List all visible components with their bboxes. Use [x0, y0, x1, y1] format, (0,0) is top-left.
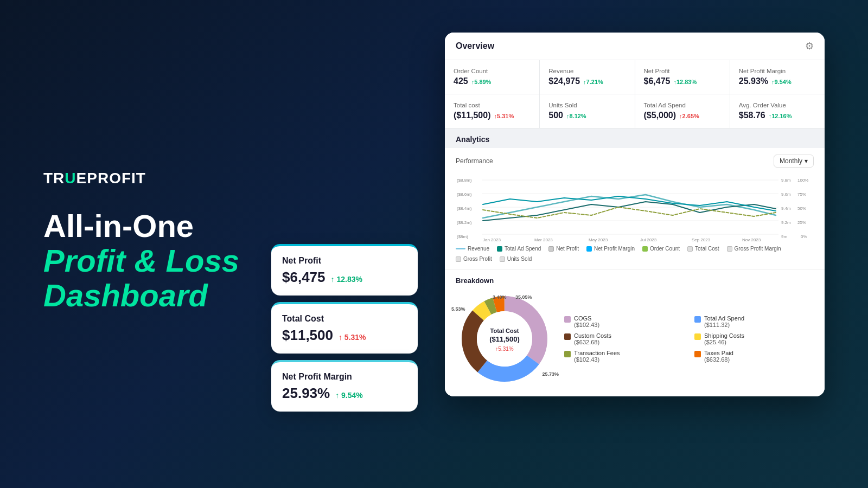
metric-label-units-sold: Units Sold [548, 102, 626, 108]
panel-header: Overview ⚙ [445, 33, 825, 60]
legend-total-ad-spend: Total Ad Spend [497, 246, 541, 252]
donut-label-2573: 25.73% [542, 371, 559, 377]
legend-gross-profit-margin: Gross Profit Margin [727, 246, 781, 252]
fc-change-total-cost: ↑ 5.31% [339, 333, 366, 342]
breakdown-section: Breakdown [445, 269, 825, 396]
float-card-net-profit: Net Profit $6,475 ↑ 12.83% [271, 244, 418, 296]
svg-text:25%: 25% [797, 220, 806, 225]
bl-cogs: COGS ($102.43) [564, 315, 684, 328]
breakdown-title: Breakdown [456, 277, 814, 285]
legend-revenue: Revenue [456, 246, 489, 252]
metric-value-revenue: $24,975 [548, 76, 580, 86]
metric-order-count: Order Count 425 ↑5.89% [445, 60, 539, 94]
fc-value-total-cost: $11,500 [282, 327, 333, 344]
svg-text:100%: 100% [797, 178, 808, 183]
donut-label-340: 3.40% [493, 294, 507, 300]
metric-label-total-ad-spend: Total Ad Spend [644, 102, 721, 108]
metric-net-profit-margin: Net Profit Margin 25.93% ↑9.54% [730, 60, 825, 94]
legend-net-profit-margin: Net Profit Margin [586, 246, 635, 252]
metric-value-order-count: 425 [454, 76, 468, 86]
svg-text:($8.8m): ($8.8m) [457, 178, 472, 183]
fc-label-total-cost: Total Cost [282, 314, 405, 324]
metric-change-total-cost: ↑5.31% [494, 113, 514, 119]
bl-dot-shipping-costs [694, 333, 701, 340]
svg-text:($8m): ($8m) [457, 234, 468, 239]
bl-shipping-costs: Shipping Costs ($25.46) [694, 332, 814, 345]
donut-chart: 35.05% 5.53% 3.40% 25.73% Total Cost ($1… [456, 290, 553, 388]
breakdown-legend: COGS ($102.43) Total Ad Spend ($111.32) … [564, 315, 814, 363]
metric-total-ad-spend: Total Ad Spend ($5,000) ↑2.65% [635, 94, 730, 128]
logo-text: TRUEPROFIT [43, 170, 146, 187]
headline-line1: All-in-One [43, 208, 194, 243]
bl-dot-taxes-paid [694, 351, 701, 357]
headline-line2: Profit & Loss [43, 243, 271, 278]
metric-label-net-profit: Net Profit [644, 68, 721, 74]
svg-text:50%: 50% [797, 206, 806, 211]
svg-text:75%: 75% [797, 192, 806, 197]
metric-label-avg-order-value: Avg. Order Value [739, 102, 816, 108]
chart-svg: ($8.8m) ($8.6m) ($8.4m) ($8.2m) ($8m) 9.… [456, 172, 814, 242]
logo: TRUEPROFIT [43, 170, 271, 187]
metric-value-total-ad-spend: ($5,000) [644, 111, 676, 120]
metric-change-net-profit: ↑12.83% [673, 79, 697, 85]
metric-label-net-profit-margin: Net Profit Margin [739, 68, 816, 74]
bl-dot-cogs [564, 316, 571, 323]
metric-units-sold: Units Sold 500 ↑8.12% [540, 94, 634, 128]
metric-label-order-count: Order Count [454, 68, 531, 74]
metric-label-total-cost: Total cost [454, 102, 531, 108]
svg-text:May 2023: May 2023 [589, 237, 608, 242]
svg-text:9m: 9m [781, 234, 787, 239]
headline-line3: Dashboard [43, 278, 271, 313]
performance-area: Performance Monthly ▾ ($8.8m) ($8.6m) ($… [445, 148, 825, 269]
fc-label-net-profit-margin: Net Profit Margin [282, 372, 405, 382]
metric-value-units-sold: 500 [548, 111, 563, 120]
analytics-title: Analytics [456, 135, 489, 144]
metric-change-units-sold: ↑8.12% [566, 113, 586, 119]
metric-value-net-profit-margin: 25.93% [739, 76, 768, 86]
svg-text:($8.6m): ($8.6m) [457, 192, 472, 197]
chevron-down-icon: ▾ [805, 157, 808, 165]
legend-total-cost: Total Cost [687, 246, 719, 252]
fc-change-net-profit: ↑ 12.83% [331, 275, 362, 284]
legend-units-sold: Units Sold [500, 256, 532, 262]
metric-change-revenue: ↑7.21% [583, 79, 603, 85]
metric-value-avg-order-value: $58.76 [739, 111, 765, 120]
donut-center-label: Total Cost [490, 328, 519, 334]
svg-text:($8.2m): ($8.2m) [457, 220, 472, 225]
svg-text:Jul 2023: Jul 2023 [640, 237, 657, 242]
metric-change-total-ad-spend: ↑2.65% [679, 113, 699, 119]
legend-net-profit: Net Profit [548, 246, 579, 252]
fc-change-net-profit-margin: ↑ 9.54% [335, 391, 363, 400]
breakdown-content: 35.05% 5.53% 3.40% 25.73% Total Cost ($1… [456, 290, 814, 388]
bl-custom-costs: Custom Costs ($632.68) [564, 332, 684, 345]
metric-value-net-profit: $6,475 [644, 76, 671, 86]
donut-label-553: 5.53% [451, 306, 465, 312]
metric-revenue: Revenue $24,975 ↑7.21% [540, 60, 634, 94]
chart-legend: Revenue Total Ad Spend Net Profit Net Pr… [456, 242, 814, 263]
bl-total-ad-spend: Total Ad Spend ($111.32) [694, 315, 814, 328]
svg-text:Jan 2023: Jan 2023 [483, 237, 501, 242]
panel-title: Overview [456, 41, 494, 51]
donut-center-value: ($11,500) [489, 335, 520, 343]
legend-gross-profit: Gross Profit [456, 256, 492, 262]
filter-icon[interactable]: ⚙ [805, 40, 814, 52]
metric-change-order-count: ↑5.89% [471, 79, 492, 85]
fc-value-net-profit: $6,475 [282, 269, 326, 286]
svg-text:9.6m: 9.6m [781, 192, 791, 197]
float-cards: Net Profit $6,475 ↑ 12.83% Total Cost $1… [271, 244, 418, 412]
performance-chart: ($8.8m) ($8.6m) ($8.4m) ($8.2m) ($8m) 9.… [456, 172, 814, 242]
analytics-header: Analytics [445, 129, 825, 148]
metric-change-avg-order-value: ↑12.16% [769, 113, 792, 119]
bl-taxes-paid: Taxes Paid ($632.68) [694, 350, 814, 363]
dashboard-panel: Overview ⚙ Order Count 425 ↑5.89% Revenu… [445, 33, 825, 396]
svg-text:Sep 2023: Sep 2023 [692, 237, 711, 242]
headline: All-in-One Profit & Loss Dashboard [43, 209, 271, 312]
donut-center: Total Cost ($11,500) ↑5.31% [489, 325, 520, 353]
branding-panel: TRUEPROFIT All-in-One Profit & Loss Dash… [43, 170, 271, 318]
metric-change-net-profit-margin: ↑9.54% [771, 79, 792, 85]
float-card-total-cost: Total Cost $11,500 ↑ 5.31% [271, 302, 418, 354]
metrics-grid: Order Count 425 ↑5.89% Revenue $24,975 ↑… [445, 60, 825, 129]
monthly-button[interactable]: Monthly ▾ [774, 155, 814, 168]
svg-text:Mar 2023: Mar 2023 [534, 237, 553, 242]
metric-avg-order-value: Avg. Order Value $58.76 ↑12.16% [730, 94, 825, 128]
